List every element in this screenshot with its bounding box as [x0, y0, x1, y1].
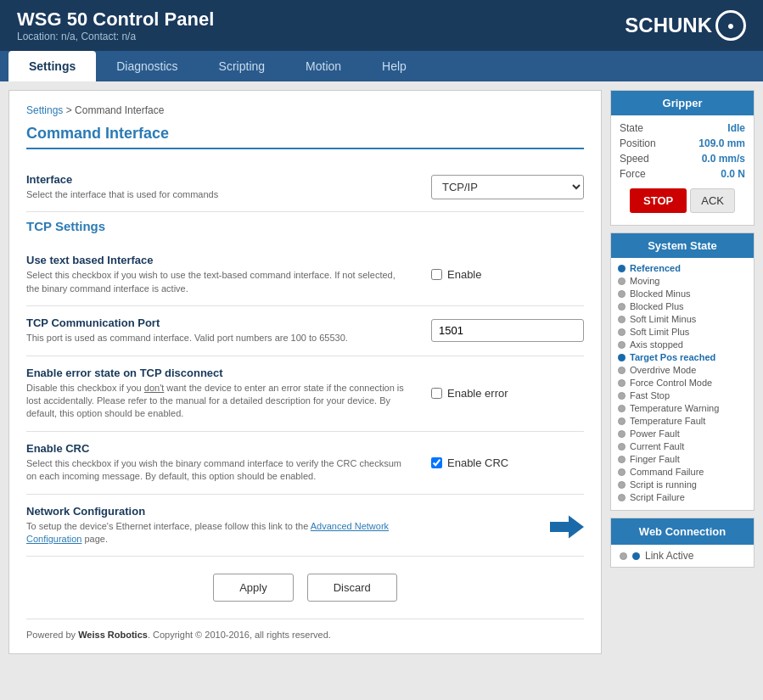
state-item: Blocked Plus [618, 301, 747, 311]
breadcrumb-separator: > [66, 104, 75, 116]
footer-text-post: . Copyright © 2010-2016, all rights rese… [148, 630, 331, 640]
state-item: Moving [618, 276, 747, 286]
tab-help[interactable]: Help [362, 51, 427, 81]
stop-button[interactable]: STOP [630, 188, 687, 213]
state-dot-icon [618, 290, 626, 298]
tcp-port-input[interactable] [431, 319, 584, 342]
gripper-section: Gripper State Idle Position 109.0 mm Spe… [610, 90, 755, 226]
breadcrumb: Settings > Command Interface [26, 104, 584, 116]
link-active-label: Link Active [645, 550, 693, 562]
button-row: Apply Discard [26, 557, 584, 619]
state-item-label: Target Pos reached [630, 352, 715, 362]
text-interface-label: Use text based Interface [26, 254, 431, 266]
web-connection-section: Web Connection Link Active [610, 518, 755, 568]
crc-checkbox-text: Enable CRC [447, 456, 508, 469]
state-item: Current Fault [618, 441, 747, 451]
state-dot-icon [618, 277, 626, 285]
state-item-label: Fast Stop [630, 390, 670, 400]
state-dot-icon [618, 417, 626, 425]
gripper-speed-label: Speed [620, 153, 649, 165]
network-desc: To setup the device's Ethernet interface… [26, 520, 408, 546]
link-active-row: Link Active [611, 545, 754, 567]
interface-select[interactable]: TCP/IP Serial None [431, 175, 584, 199]
state-item-label: Axis stopped [630, 339, 683, 350]
header: WSG 50 Control Panel Location: n/a, Cont… [0, 0, 763, 51]
tab-settings[interactable]: Settings [8, 51, 96, 81]
text-interface-left: Use text based Interface Select this che… [26, 254, 431, 295]
text-interface-checkbox-text: Enable [447, 268, 481, 281]
state-item-label: Overdrive Mode [630, 365, 696, 375]
state-item-label: Moving [630, 276, 659, 286]
state-item-label: Blocked Minus [630, 288, 691, 299]
app-subtitle: Location: n/a, Contact: n/a [17, 31, 214, 42]
text-interface-checkbox[interactable] [431, 269, 442, 280]
state-dot-icon [618, 468, 626, 476]
gripper-state-label: State [620, 122, 643, 134]
tcp-section-title: TCP Settings [26, 219, 584, 233]
state-item: Target Pos reached [618, 352, 747, 362]
discard-button[interactable]: Discard [307, 574, 397, 602]
interface-right: TCP/IP Serial None [431, 175, 584, 199]
content-panel: Settings > Command Interface Command Int… [8, 90, 602, 654]
state-item: Temperature Warning [618, 403, 747, 413]
tab-diagnostics[interactable]: Diagnostics [96, 51, 198, 81]
gripper-header: Gripper [611, 91, 754, 115]
web-connection-button[interactable]: Web Connection [611, 518, 754, 545]
state-item-label: Soft Limit Minus [630, 314, 696, 324]
tcp-port-left: TCP Communication Port This port is used… [26, 316, 431, 344]
breadcrumb-current: Command Interface [75, 104, 164, 116]
logo-circle-icon: ● [715, 10, 746, 41]
state-dot-icon [618, 430, 626, 438]
state-dot-icon [618, 328, 626, 336]
error-state-right: Enable error [431, 387, 584, 400]
crc-checkbox[interactable] [431, 457, 442, 468]
error-state-checkbox[interactable] [431, 388, 442, 399]
state-item-label: Force Control Mode [630, 378, 712, 388]
error-state-desc: Disable this checkbox if you don't want … [26, 382, 408, 421]
error-state-checkbox-label[interactable]: Enable error [431, 387, 584, 400]
error-state-checkbox-text: Enable error [447, 387, 508, 400]
footer: Powered by Weiss Robotics. Copyright © 2… [26, 630, 584, 640]
apply-button[interactable]: Apply [213, 574, 294, 602]
footer-text-pre: Powered by [26, 630, 78, 640]
gripper-force-value: 0.0 N [721, 168, 745, 180]
state-item: Referenced [618, 263, 747, 273]
tab-scripting[interactable]: Scripting [199, 51, 285, 81]
crc-desc: Select this checkbox if you wish the bin… [26, 457, 408, 484]
state-item-label: Soft Limit Plus [630, 327, 689, 337]
ack-button[interactable]: ACK [690, 188, 735, 213]
crc-label: Enable CRC [26, 442, 431, 455]
state-item-label: Blocked Plus [630, 301, 684, 311]
tcp-port-right [431, 319, 584, 342]
crc-right: Enable CRC [431, 456, 584, 469]
state-item: Soft Limit Minus [618, 314, 747, 324]
interface-desc: Select the interface that is used for co… [26, 188, 408, 201]
tab-motion[interactable]: Motion [285, 51, 362, 81]
state-item: Script Failure [618, 492, 747, 502]
state-dot-icon [618, 265, 626, 272]
sidebar: Gripper State Idle Position 109.0 mm Spe… [610, 90, 755, 574]
gripper-position-label: Position [620, 137, 656, 149]
state-item: Axis stopped [618, 339, 747, 350]
state-item-label: Referenced [630, 263, 681, 273]
state-item: Force Control Mode [618, 378, 747, 388]
text-interface-checkbox-label[interactable]: Enable [431, 268, 584, 281]
gripper-position-value: 109.0 mm [698, 137, 745, 149]
tcp-port-desc: This port is used as command interface. … [26, 332, 408, 344]
network-link[interactable]: Advanced Network Configuration [26, 521, 389, 544]
state-item-label: Temperature Fault [630, 416, 705, 426]
header-title-block: WSG 50 Control Panel Location: n/a, Cont… [17, 8, 214, 42]
state-item: Finger Fault [618, 454, 747, 464]
breadcrumb-parent[interactable]: Settings [26, 104, 63, 116]
state-item-label: Script is running [630, 479, 697, 490]
crc-checkbox-label[interactable]: Enable CRC [431, 456, 584, 469]
page-title: Command Interface [26, 125, 584, 149]
state-dot-icon [618, 367, 626, 374]
error-state-left: Enable error state on TCP disconnect Dis… [26, 367, 431, 421]
state-item-label: Temperature Warning [630, 403, 719, 413]
state-item: Fast Stop [618, 390, 747, 400]
state-dot-icon [618, 354, 626, 361]
gripper-speed-row: Speed 0.0 mm/s [620, 153, 745, 165]
link-dot-gray [620, 552, 627, 560]
interface-label: Interface [26, 173, 431, 186]
